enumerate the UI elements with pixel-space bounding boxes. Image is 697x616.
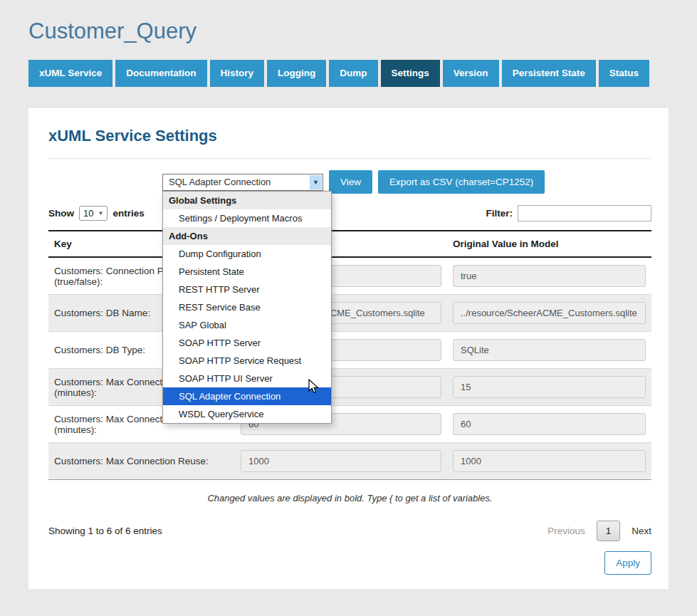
tab-history[interactable]: History	[210, 60, 265, 87]
tab-xuml-service[interactable]: xUML Service	[28, 60, 112, 87]
menu-group-header: Global Settings	[163, 192, 331, 209]
tab-logging[interactable]: Logging	[267, 60, 326, 87]
show-entries-group: Show 10 ▼ entries	[48, 206, 145, 221]
settings-table-body: Customers: Connection Pooling (true/fals…	[48, 257, 651, 480]
connection-select-wrap: SQL Adapter Connection ▼ Global Settings…	[162, 174, 323, 191]
tab-persistent-state[interactable]: Persistent State	[502, 60, 596, 87]
connection-select[interactable]: SQL Adapter Connection ▼	[162, 174, 323, 191]
tab-dump[interactable]: Dump	[329, 60, 377, 87]
filter-group: Filter:	[486, 205, 651, 221]
tab-documentation[interactable]: Documentation	[115, 60, 206, 87]
pagination: Previous 1 Next	[547, 521, 651, 541]
menu-group-header: Add-Ons	[163, 227, 331, 245]
table-header-row: Key Value Original Value in Model	[48, 231, 651, 257]
menu-item-rest-service-base[interactable]: REST Service Base	[163, 298, 331, 316]
table-footer: Showing 1 to 6 of 6 entries Previous 1 N…	[48, 521, 651, 541]
menu-item-wsdl-queryservice[interactable]: WSDL QueryService	[163, 405, 331, 423]
previous-page-button[interactable]: Previous	[547, 526, 585, 536]
table-row: Customers: Max Connection Age (minutes):…	[48, 369, 651, 406]
tab-version[interactable]: Version	[443, 60, 499, 87]
menu-item-soap-http-server[interactable]: SOAP HTTP Server	[163, 334, 331, 352]
table-row: Customers: Connection Pooling (true/fals…	[48, 257, 651, 295]
menu-item-soap-http-service-request[interactable]: SOAP HTTP Service Request	[163, 352, 331, 370]
mouse-cursor-icon	[308, 379, 320, 395]
table-row: Customers: Max Connection Reuse: 1000 10…	[48, 443, 651, 480]
entries-label: entries	[112, 208, 144, 219]
export-csv-button[interactable]: Export as CSV (charset=CP1252)	[378, 170, 545, 194]
table-note: Changed values are displayed in bold. Ty…	[48, 493, 651, 503]
setting-original-value-field: true	[453, 265, 646, 287]
next-page-button[interactable]: Next	[632, 526, 651, 536]
filter-label: Filter:	[486, 208, 513, 219]
setting-original-value-field: ../resource/ScheerACME_Customers.sqlite	[453, 302, 646, 324]
table-row: Customers: Max Connection Idle Time (min…	[48, 406, 651, 443]
setting-original-value-field: 1000	[453, 450, 646, 472]
page-number-button[interactable]: 1	[597, 521, 621, 541]
connection-dropdown-menu: Global SettingsSettings / Deployment Mac…	[162, 191, 332, 424]
setting-value-input[interactable]: 1000	[241, 450, 441, 472]
setting-original-value-field: 15	[453, 376, 646, 398]
table-row: Customers: DB Type: SQLite SQLite	[48, 332, 651, 369]
menu-item-rest-http-server[interactable]: REST HTTP Server	[163, 281, 331, 298]
card-heading: xUML Service Settings	[48, 127, 651, 159]
setting-original-value-field: SQLite	[453, 339, 646, 361]
menu-item-persistent-state[interactable]: Persistent State	[163, 263, 331, 281]
page: Customer_Query xUML ServiceDocumentation…	[0, 19, 697, 589]
menu-item-soap-http-ui-server[interactable]: SOAP HTTP UI Server	[163, 370, 331, 387]
menu-item-sap-global[interactable]: SAP Global	[163, 316, 331, 334]
page-title: Customer_Query	[28, 19, 669, 44]
showing-entries-text: Showing 1 to 6 of 6 entries	[48, 526, 162, 536]
apply-button[interactable]: Apply	[604, 551, 651, 575]
settings-table: Key Value Original Value in Model Custom…	[48, 230, 651, 480]
toolbar: SQL Adapter Connection ▼ Global Settings…	[48, 170, 651, 194]
apply-row: Apply	[48, 551, 651, 575]
setting-key-label: Customers: DB Name:	[54, 308, 150, 318]
setting-key-label: Customers: DB Type:	[54, 345, 145, 355]
filter-input[interactable]	[518, 205, 651, 221]
tab-settings[interactable]: Settings	[381, 60, 440, 87]
menu-item-dump-configuration[interactable]: Dump Configuration	[163, 245, 331, 263]
list-controls: Show 10 ▼ entries Filter:	[48, 205, 651, 221]
tab-status[interactable]: Status	[599, 60, 649, 87]
chevron-down-icon: ▼	[98, 210, 103, 216]
column-header-original: Original Value in Model	[447, 231, 651, 257]
table-row: Customers: DB Name: ../resource/ScheerAC…	[48, 295, 651, 332]
page-length-value: 10	[83, 208, 93, 219]
setting-key-label: Customers: Max Connection Reuse:	[54, 456, 209, 466]
show-label: Show	[48, 208, 74, 219]
menu-item-sql-adapter-connection[interactable]: SQL Adapter Connection	[163, 387, 331, 405]
tab-bar: xUML ServiceDocumentationHistoryLoggingD…	[28, 60, 669, 87]
page-length-select[interactable]: 10 ▼	[79, 206, 108, 221]
view-button[interactable]: View	[329, 170, 372, 194]
chevron-down-icon[interactable]: ▼	[310, 175, 322, 189]
setting-original-value-field: 60	[453, 413, 646, 435]
menu-item-settings-deployment-macros[interactable]: Settings / Deployment Macros	[163, 209, 331, 227]
connection-select-value: SQL Adapter Connection	[169, 177, 271, 187]
settings-card: xUML Service Settings SQL Adapter Connec…	[28, 108, 669, 589]
